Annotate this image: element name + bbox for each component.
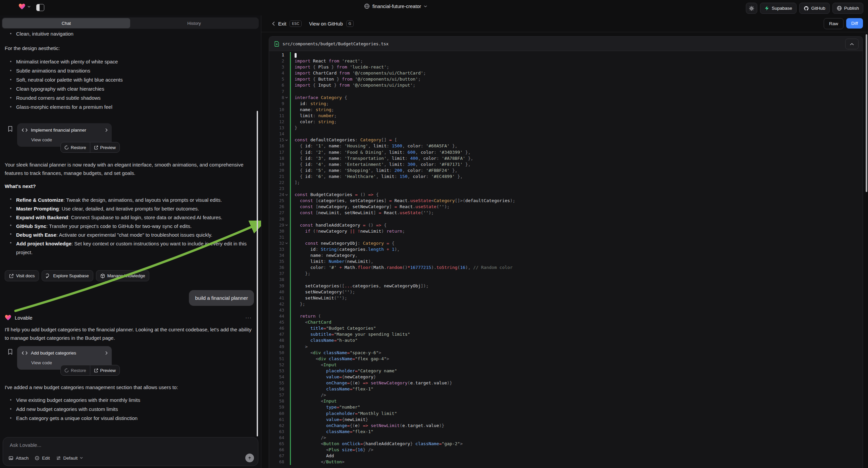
line-number: 13 (275, 125, 284, 131)
bookmark-icon[interactable] (8, 126, 13, 132)
code-line: 24const BudgetCategories = () => { (269, 192, 863, 198)
manage-knowledge-button[interactable]: Manage knowledge (96, 270, 150, 281)
line-number: 28 (275, 216, 284, 222)
line-number: 17 (275, 149, 284, 155)
code-line: 39 setCategories([...categories, newCate… (269, 283, 863, 289)
collapse-file-button[interactable] (845, 39, 859, 49)
raw-toggle-button[interactable]: Raw (824, 18, 843, 29)
code-line: 22]; (269, 180, 863, 186)
diff-toggle-button[interactable]: Diff (846, 18, 863, 29)
line-number: 34 (275, 253, 284, 259)
package-icon (100, 273, 105, 278)
top-bar: financial-future-creator Supabase GitHub (0, 0, 868, 16)
code-line: 32 const newCategoryObj: Category = { (269, 240, 863, 246)
chat-scrollbar[interactable] (257, 111, 258, 436)
toggle-sidebar-icon[interactable] (36, 4, 44, 11)
code-line: 62 onChange={(e) => setNewLimit(e.target… (269, 423, 863, 429)
explore-supabase-button[interactable]: Explore Supabase (41, 270, 93, 281)
settings-button[interactable] (746, 3, 757, 14)
project-menu[interactable]: financial-future-creator (364, 3, 427, 9)
chat-input[interactable]: Ask Lovable... (10, 442, 41, 448)
code-line: 15const defaultCategories: Category[] = … (269, 137, 863, 143)
code-line: 19 { id: '4', name: 'Entertainment', lim… (269, 162, 863, 168)
g-key-badge: G (346, 21, 354, 27)
code-icon (22, 128, 28, 132)
publish-button[interactable]: Publish (832, 3, 863, 14)
code-line: 47 subtitle="Manage your spending limits… (269, 331, 863, 338)
line-number: 33 (275, 246, 284, 253)
list-item: Rounded corners and subtle shadows (5, 94, 256, 101)
fold-chevron-icon[interactable] (284, 224, 288, 226)
exit-button[interactable]: Exit (278, 21, 286, 27)
code-line: 25 const [categories, setCategories] = R… (269, 198, 863, 204)
supabase-button[interactable]: Supabase (760, 3, 797, 14)
sliders-icon (56, 456, 61, 461)
more-options-icon[interactable]: ··· (245, 314, 252, 322)
line-number: 10 (275, 107, 284, 113)
visit-docs-button[interactable]: Visit docs (5, 270, 39, 281)
attach-button[interactable]: Attach (8, 456, 29, 461)
code-line: 30 if (!newCategory || !newLimit) return… (269, 228, 863, 234)
fold-chevron-icon[interactable] (284, 139, 288, 141)
preview-button[interactable]: Preview (90, 365, 119, 375)
restore-button[interactable]: Restore (61, 142, 90, 152)
send-button[interactable] (245, 454, 254, 462)
tab-history[interactable]: History (130, 18, 258, 28)
code-content: 12import React from 'react';3import { Pl… (269, 51, 863, 468)
edit-button[interactable]: Edit (35, 456, 50, 461)
fold-chevron-icon[interactable] (284, 242, 288, 244)
line-number: 51 (275, 356, 284, 362)
line-number: 43 (275, 307, 284, 313)
whats-next-heading: What's next? (5, 182, 256, 191)
line-number: 50 (275, 350, 284, 356)
code-line: 66 <Plus size={16} /> (269, 447, 863, 453)
view-on-github-button[interactable]: View on GitHub (309, 21, 343, 27)
file-header[interactable]: src/components/budget/BudgetCategories.t… (269, 37, 863, 51)
code-line: 55 onChange={(e) => setNewCategory(e.tar… (269, 380, 863, 386)
assistant-name: Lovable (15, 314, 33, 322)
mode-select[interactable]: Default (56, 456, 83, 461)
chevron-left-icon[interactable] (272, 22, 275, 26)
preview-button[interactable]: Preview (90, 142, 119, 152)
line-number: 57 (275, 392, 284, 398)
publish-globe-icon (837, 6, 842, 11)
esc-key-badge: ESC (289, 21, 302, 27)
line-number: 29 (275, 222, 284, 228)
file-diff-card: src/components/budget/BudgetCategories.t… (269, 36, 863, 468)
list-item: Expand with Backend: Connect Supabase to… (5, 213, 256, 222)
fold-chevron-icon[interactable] (284, 194, 288, 196)
code-line: 49 > (269, 344, 863, 350)
fold-chevron-icon[interactable] (284, 97, 288, 98)
line-number: 63 (275, 429, 284, 435)
line-number: 52 (275, 362, 284, 368)
line-number: 53 (275, 368, 284, 374)
line-number: 37 (275, 271, 284, 276)
restore-button[interactable]: Restore (61, 365, 90, 375)
tab-chat[interactable]: Chat (2, 18, 130, 28)
line-number: 27 (275, 210, 284, 216)
code-line: 11 limit: number; (269, 113, 863, 119)
message-paragraph: Your sleek financial planner is now read… (5, 160, 256, 177)
line-number: 4 (275, 70, 284, 76)
line-number: 42 (275, 301, 284, 307)
editor-scrollbar[interactable] (866, 34, 867, 192)
code-line: 37 }; (269, 271, 863, 276)
code-line: 57 /> (269, 392, 863, 398)
code-line: 3import { Plus } from 'lucide-react'; (269, 64, 863, 70)
line-number: 2 (275, 58, 284, 64)
chevron-down-icon (28, 6, 31, 8)
code-line: 67 Add (269, 453, 863, 459)
list-item: Minimalist interface with plenty of whit… (5, 58, 256, 65)
lovable-heart-icon (5, 315, 11, 321)
code-line: 54 value={newCategory} (269, 374, 863, 380)
line-number: 46 (275, 325, 284, 331)
code-line: 8interface Category { (269, 95, 863, 101)
line-number: 18 (275, 155, 284, 162)
text-cursor (294, 53, 297, 58)
line-number: 30 (275, 228, 284, 234)
github-button[interactable]: GitHub (799, 3, 830, 14)
line-number: 12 (275, 119, 284, 125)
line-number: 15 (275, 137, 284, 143)
lovable-menu[interactable] (19, 3, 31, 10)
bookmark-icon[interactable] (8, 349, 13, 355)
